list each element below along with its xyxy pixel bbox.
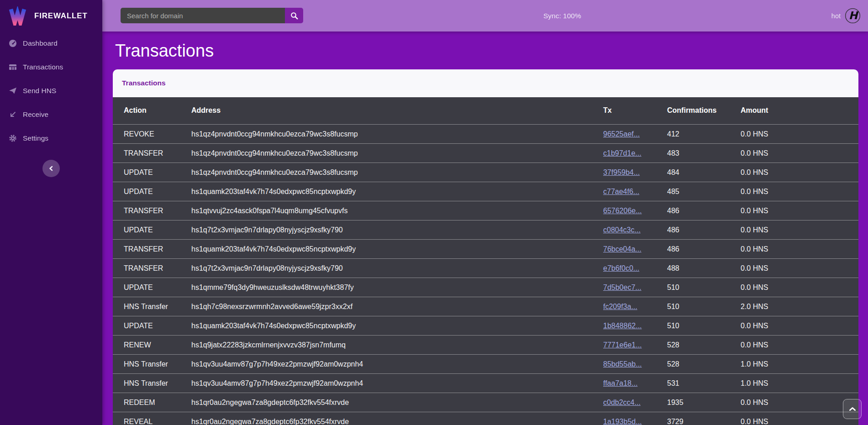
tx-cell: 7771e6e1...	[603, 336, 667, 355]
action-cell: UPDATE	[113, 163, 191, 182]
amount-cell: 0.0 HNS	[741, 201, 858, 220]
tx-link[interactable]: 7771e6e1...	[603, 341, 642, 349]
tx-cell: 1a193b5d...	[603, 412, 667, 425]
amount-cell: 0.0 HNS	[741, 393, 858, 412]
tx-link[interactable]: e7b6f0c0...	[603, 264, 639, 272]
page-title: Transactions	[115, 41, 868, 62]
amount-cell: 0.0 HNS	[741, 316, 858, 336]
topbar: Sync: 100% hot H	[102, 0, 868, 31]
amount-cell: 0.0 HNS	[741, 220, 858, 240]
sidebar-item-label: Transactions	[23, 63, 63, 71]
confirmations-cell: 528	[667, 336, 741, 355]
action-cell: HNS Transfer	[113, 297, 191, 316]
firewallet-w-logo-icon	[8, 6, 27, 26]
amount-cell: 1.0 HNS	[741, 374, 858, 393]
tx-cell: c0db2cc4...	[603, 393, 667, 412]
action-cell: HNS Transfer	[113, 374, 191, 393]
column-header-amount: Amount	[741, 97, 858, 125]
action-cell: HNS Transfer	[113, 355, 191, 374]
sidebar-item-settings[interactable]: Settings	[0, 126, 102, 150]
panel-title: Transactions	[122, 79, 166, 87]
main-content: Transactions Transactions Action Address…	[102, 0, 868, 425]
confirmations-cell: 486	[667, 201, 741, 220]
table-row: HNS Transferhs1qv3uu4amv87g7p7h49xez2pmz…	[113, 374, 858, 393]
tx-link[interactable]: c1b97d1e...	[603, 149, 642, 157]
scroll-to-top-button[interactable]	[843, 399, 862, 419]
sidebar-collapse-button[interactable]	[42, 160, 60, 177]
column-header-action: Action	[113, 97, 191, 125]
tx-link[interactable]: 1b848862...	[603, 322, 642, 330]
sidebar-item-transactions[interactable]: Transactions	[0, 55, 102, 79]
action-cell: TRANSFER	[113, 201, 191, 220]
sidebar-item-label: Settings	[23, 134, 48, 142]
table-row: UPDATEhs1qz4pnvdnt0ccg94nmkhcu0ezca79wc3…	[113, 163, 858, 182]
amount-cell: 0.0 HNS	[741, 144, 858, 163]
search-input[interactable]	[121, 8, 285, 23]
tx-link[interactable]: c77ae4f6...	[603, 188, 639, 195]
table-row: HNS Transferhs1qv3uu4amv87g7p7h49xez2pmz…	[113, 355, 858, 374]
transactions-table-icon	[8, 63, 17, 72]
brand: FIREWALLET	[0, 0, 102, 31]
address-cell: hs1qz4pnvdnt0ccg94nmkhcu0ezca79wc3s8fucs…	[191, 125, 603, 144]
sidebar-item-dashboard[interactable]: Dashboard	[0, 31, 102, 55]
sidebar-item-receive[interactable]: Receive	[0, 103, 102, 126]
address-cell: hs1qv3uu4amv87g7p7h49xez2pmzwjf92am0wzpn…	[191, 355, 603, 374]
address-cell: hs1q7t2x3vmjac9n7drlapy08nyjyscjz9xsfky7…	[191, 259, 603, 278]
tx-cell: 76bce04a...	[603, 240, 667, 259]
tx-link[interactable]: 37f959b4...	[603, 168, 640, 176]
tx-cell: 6576206e...	[603, 201, 667, 220]
action-cell: TRANSFER	[113, 259, 191, 278]
table-row: REVEALhs1qr0au2ngegwa7za8gdeptc6fp32fkv5…	[113, 412, 858, 425]
table-row: HNS Transferhs1qh7c98nexsrzwrmnh2avved6a…	[113, 297, 858, 316]
action-cell: RENEW	[113, 336, 191, 355]
table-row: UPDATEhs1qmme79fq3dy9hweuzuslksdw48trwuy…	[113, 278, 858, 297]
tx-link[interactable]: c0804c3c...	[603, 226, 641, 234]
tx-link[interactable]: 96525aef...	[603, 130, 640, 138]
tx-cell: 96525aef...	[603, 125, 667, 144]
tx-cell: c77ae4f6...	[603, 182, 667, 201]
handshake-logo-icon[interactable]: H	[845, 8, 861, 24]
address-cell: hs1qz4pnvdnt0ccg94nmkhcu0ezca79wc3s8fucs…	[191, 144, 603, 163]
search-button[interactable]	[285, 8, 303, 23]
address-cell: hs1qmme79fq3dy9hweuzuslksdw48trwuyhkt387…	[191, 278, 603, 297]
confirmations-cell: 510	[667, 297, 741, 316]
action-cell: TRANSFER	[113, 240, 191, 259]
tx-link[interactable]: fc209f3a...	[603, 303, 637, 310]
tx-link[interactable]: ffaa7a18...	[603, 379, 637, 387]
table-row: TRANSFERhs1qz4pnvdnt0ccg94nmkhcu0ezca79w…	[113, 144, 858, 163]
chevron-up-icon	[849, 407, 856, 411]
address-cell: hs1qv3uu4amv87g7p7h49xez2pmzwjf92am0wzpn…	[191, 374, 603, 393]
table-row: TRANSFERhs1q7t2x3vmjac9n7drlapy08nyjyscj…	[113, 259, 858, 278]
tx-link[interactable]: 7d5b0ec7...	[603, 283, 642, 291]
confirmations-cell: 510	[667, 278, 741, 297]
action-cell: REVOKE	[113, 125, 191, 144]
amount-cell: 0.0 HNS	[741, 182, 858, 201]
sidebar: FIREWALLET Dashboard Tran	[0, 0, 102, 425]
tx-cell: e7b6f0c0...	[603, 259, 667, 278]
confirmations-cell: 531	[667, 374, 741, 393]
column-header-tx: Tx	[603, 97, 667, 125]
domain-search	[121, 8, 303, 23]
action-cell: UPDATE	[113, 278, 191, 297]
amount-cell: 0.0 HNS	[741, 412, 858, 425]
action-cell: TRANSFER	[113, 144, 191, 163]
confirmations-cell: 510	[667, 316, 741, 336]
tx-link[interactable]: 85bd55ab...	[603, 360, 642, 368]
table-row: UPDATEhs1q7t2x3vmjac9n7drlapy08nyjyscjz9…	[113, 220, 858, 240]
tx-link[interactable]: c0db2cc4...	[603, 399, 641, 406]
transactions-table: Action Address Tx Confirmations Amount R…	[113, 97, 858, 425]
sidebar-item-send-hns[interactable]: Send HNS	[0, 79, 102, 103]
tx-link[interactable]: 6576206e...	[603, 207, 642, 215]
table-row: TRANSFERhs1quamk203taf4vk7h74s0edxpwc85n…	[113, 240, 858, 259]
address-cell: hs1qz4pnvdnt0ccg94nmkhcu0ezca79wc3s8fucs…	[191, 163, 603, 182]
column-header-address: Address	[191, 97, 603, 125]
amount-cell: 0.0 HNS	[741, 278, 858, 297]
tx-link[interactable]: 76bce04a...	[603, 245, 642, 253]
chevron-left-icon	[48, 165, 54, 172]
table-row: TRANSFERhs1qtvvuj2zc4asck0fspa7l4uqm8umg…	[113, 201, 858, 220]
table-row: REVOKEhs1qz4pnvdnt0ccg94nmkhcu0ezca79wc3…	[113, 125, 858, 144]
address-cell: hs1qtvvuj2zc4asck0fspa7l4uqm8umg45cfvupv…	[191, 201, 603, 220]
tx-cell: 7d5b0ec7...	[603, 278, 667, 297]
tx-link[interactable]: 1a193b5d...	[603, 418, 642, 425]
amount-cell: 2.0 HNS	[741, 297, 858, 316]
